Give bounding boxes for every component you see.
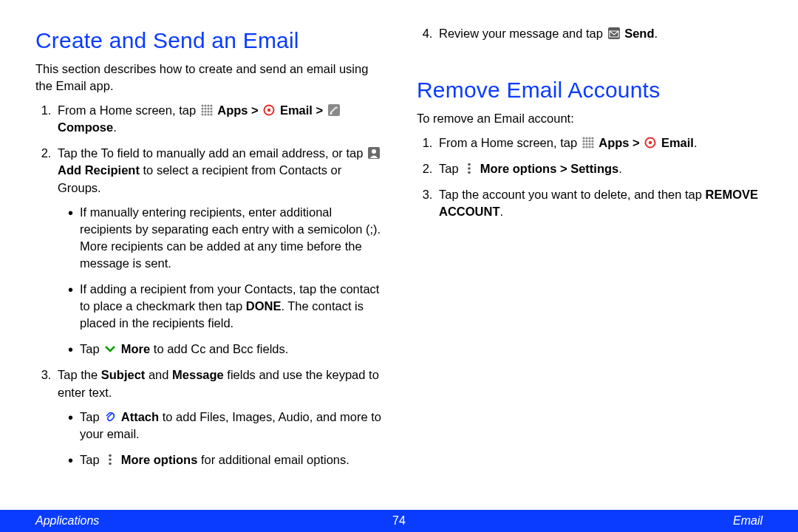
- svg-point-31: [588, 140, 590, 143]
- svg-point-12: [201, 114, 203, 116]
- page-body: Create and Send an Email This section de…: [0, 0, 798, 473]
- svg-point-33: [582, 143, 584, 146]
- step-3: Tap the Subject and Message fields and u…: [55, 366, 381, 468]
- text: .: [654, 27, 658, 40]
- svg-point-34: [585, 143, 587, 146]
- svg-point-40: [591, 146, 593, 149]
- text: to add Cc and Bcc fields.: [154, 342, 289, 355]
- svg-point-1: [204, 105, 206, 107]
- text: Tap: [80, 453, 103, 466]
- section-remove-accounts: Remove Email Accounts To remove an Email…: [417, 75, 763, 220]
- text: Tap: [439, 162, 462, 175]
- more-label: More: [121, 342, 150, 355]
- more-options-icon: [463, 162, 476, 175]
- intro-paragraph: This section describes how to create and…: [35, 61, 381, 95]
- footer-page-number: 74: [0, 513, 798, 529]
- remove-accounts-steps: From a Home screen, tap Apps > Email.: [417, 134, 763, 220]
- svg-point-37: [582, 146, 584, 149]
- text: .: [618, 162, 622, 175]
- text: Tap the To field to manually add an emai…: [58, 146, 366, 160]
- svg-point-45: [468, 171, 471, 174]
- svg-point-8: [201, 111, 203, 113]
- attach-label: Attach: [121, 410, 159, 423]
- attach-icon: [103, 410, 117, 423]
- svg-point-42: [649, 141, 652, 144]
- intro-paragraph: To remove an Email account:: [417, 110, 763, 127]
- svg-point-23: [109, 462, 112, 465]
- svg-point-29: [582, 140, 584, 143]
- svg-point-32: [591, 140, 593, 143]
- svg-point-17: [267, 109, 270, 112]
- remove-step-2: Tap More options > Settings.: [436, 160, 763, 177]
- remove-step-1: From a Home screen, tap Apps > Email.: [436, 134, 763, 151]
- svg-point-30: [585, 140, 587, 143]
- svg-point-43: [468, 163, 471, 166]
- text: Review your message and tap: [439, 27, 607, 40]
- more-options-label: More options: [121, 453, 198, 466]
- compose-icon: [327, 103, 341, 117]
- email-label: Email: [661, 136, 694, 149]
- compose-label: Compose: [58, 120, 113, 134]
- svg-point-25: [582, 137, 584, 140]
- step-1: From a Home screen, tap Apps > Email > C…: [55, 102, 381, 136]
- text: Tap: [80, 410, 103, 423]
- email-icon: [644, 136, 657, 149]
- svg-point-44: [468, 167, 471, 170]
- remove-step-3: Tap the account you want to delete, and …: [436, 186, 763, 220]
- step-2: Tap the To field to manually add an emai…: [55, 145, 381, 358]
- svg-point-35: [588, 143, 590, 146]
- step-4: Review your message and tap Send.: [436, 25, 763, 42]
- svg-point-11: [210, 111, 212, 113]
- text: .: [694, 136, 698, 149]
- apps-label: Apps >: [217, 103, 262, 117]
- step-2-bullets: If manually entering recipients, enter a…: [58, 204, 381, 358]
- svg-point-20: [372, 149, 376, 154]
- subject-label: Subject: [101, 368, 146, 381]
- more-options-settings-label: More options > Settings: [480, 162, 618, 175]
- text: for additional email options.: [201, 453, 349, 466]
- page-footer: Applications 74 Email: [0, 510, 798, 532]
- svg-point-38: [585, 146, 587, 149]
- svg-point-21: [109, 454, 112, 457]
- text: and: [145, 368, 172, 381]
- svg-point-26: [585, 137, 587, 140]
- send-icon: [607, 27, 621, 40]
- step-3-bullets: Tap Attach to add Files, Images, Audio, …: [58, 409, 381, 468]
- text: .: [500, 205, 504, 218]
- svg-point-27: [588, 137, 590, 140]
- apps-label: Apps >: [598, 136, 643, 149]
- svg-point-15: [210, 114, 212, 116]
- bullet-attach: Tap Attach to add Files, Images, Audio, …: [68, 409, 381, 443]
- svg-point-39: [588, 146, 590, 149]
- bullet-from-contacts: If adding a recipient from your Contacts…: [68, 281, 381, 332]
- bullet-more-cc-bcc: Tap More to add Cc and Bcc fields.: [68, 341, 381, 358]
- chevron-down-icon: [103, 342, 117, 355]
- text: From a Home screen, tap: [439, 136, 581, 149]
- svg-point-4: [201, 108, 203, 110]
- message-label: Message: [172, 368, 224, 381]
- apps-icon: [582, 136, 595, 149]
- text: Tap: [80, 342, 103, 355]
- svg-point-22: [109, 458, 112, 461]
- heading-create-send: Create and Send an Email: [35, 25, 381, 56]
- svg-point-36: [591, 143, 593, 146]
- svg-point-7: [210, 108, 212, 110]
- svg-point-6: [207, 108, 209, 110]
- text: Tap the: [58, 368, 101, 381]
- svg-point-0: [201, 105, 203, 107]
- text: From a Home screen, tap: [58, 103, 200, 117]
- email-label: Email >: [280, 103, 327, 117]
- email-icon: [262, 103, 276, 117]
- svg-point-5: [204, 108, 206, 110]
- done-label: DONE: [246, 299, 282, 313]
- bullet-manual-entry: If manually entering recipients, enter a…: [68, 204, 381, 272]
- send-label: Send: [624, 27, 654, 40]
- more-options-icon: [103, 453, 117, 466]
- svg-point-9: [204, 111, 206, 113]
- svg-point-3: [210, 105, 212, 107]
- svg-point-10: [207, 111, 209, 113]
- add-recipient-icon: [367, 146, 381, 160]
- svg-point-28: [591, 137, 593, 140]
- svg-point-14: [207, 114, 209, 116]
- heading-remove-accounts: Remove Email Accounts: [417, 75, 763, 106]
